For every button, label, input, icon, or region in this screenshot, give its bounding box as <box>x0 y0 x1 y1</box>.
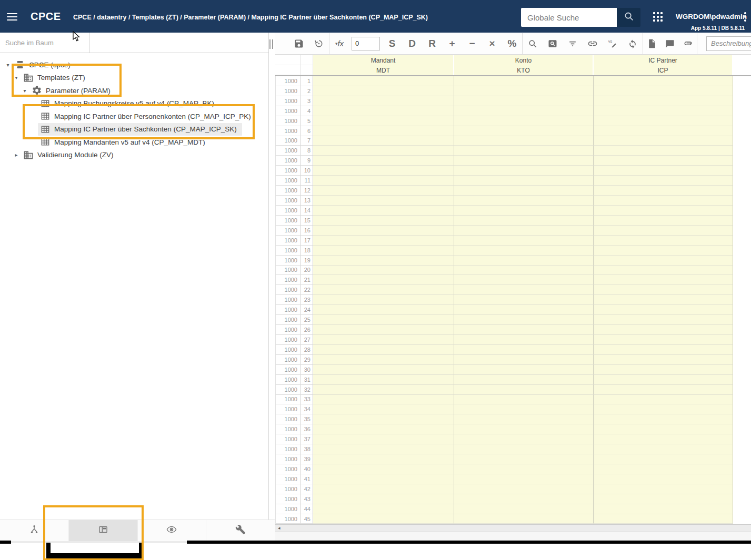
grid-cell-icp[interactable] <box>594 345 733 355</box>
grid-cell-icp[interactable] <box>594 275 733 285</box>
grid-cell-kto[interactable] <box>454 266 594 276</box>
grid-cell-kto[interactable] <box>454 136 594 146</box>
filter-icon[interactable] <box>563 38 583 49</box>
chevron-down-icon[interactable]: ▾ <box>12 75 21 80</box>
grid-cell-icp[interactable] <box>594 404 733 414</box>
grid-cell-mdt[interactable] <box>313 285 454 295</box>
grid-cell-mdt[interactable] <box>313 186 454 196</box>
chevron-down-icon[interactable]: ▾ <box>20 88 29 94</box>
grid-cell-kto[interactable] <box>454 156 594 166</box>
percent-button[interactable]: % <box>502 38 522 49</box>
horizontal-scrollbar[interactable]: ◂ <box>275 524 751 532</box>
global-search-input[interactable] <box>521 8 617 27</box>
grid-cell-icp[interactable] <box>594 295 733 305</box>
view-tab-wrench[interactable] <box>206 520 275 541</box>
grid-cell-kto[interactable] <box>454 295 594 305</box>
grid-cell-kto[interactable] <box>454 285 594 295</box>
grid-cell-kto[interactable] <box>454 375 594 385</box>
view-tab-layout-panel[interactable] <box>69 520 138 541</box>
scroll-left-icon[interactable]: ◂ <box>278 526 281 531</box>
grid-cell-icp[interactable] <box>594 166 733 176</box>
grid-cell-icp[interactable] <box>594 434 733 444</box>
grid-cell-mdt[interactable] <box>313 126 454 136</box>
grid-cell-icp[interactable] <box>594 514 733 524</box>
grid-cell-mdt[interactable] <box>313 375 454 385</box>
grid-cell-mdt[interactable] <box>313 385 454 395</box>
grid-cell-mdt[interactable] <box>313 295 454 305</box>
grid-cell-mdt[interactable] <box>313 86 454 96</box>
grid-cell-mdt[interactable] <box>313 256 454 266</box>
grid-cell-kto[interactable] <box>454 514 594 524</box>
grid-cell-mdt[interactable] <box>313 236 454 246</box>
grid-cell-kto[interactable] <box>454 246 594 256</box>
grid-cell-icp[interactable] <box>594 146 733 156</box>
grid-cell-icp[interactable] <box>594 186 733 196</box>
grid-cell-kto[interactable] <box>454 176 594 186</box>
document-icon[interactable] <box>643 38 661 49</box>
view-tab-hierarchy[interactable] <box>0 520 69 541</box>
grid-cell-kto[interactable] <box>454 395 594 405</box>
grid-cell-kto[interactable] <box>454 275 594 285</box>
grid-cell-kto[interactable] <box>454 305 594 315</box>
grid-cell-mdt[interactable] <box>313 136 454 146</box>
grid-cell-icp[interactable] <box>594 444 733 454</box>
grid-cell-mdt[interactable] <box>313 146 454 156</box>
grid-cell-kto[interactable] <box>454 325 594 335</box>
grid-cell-kto[interactable] <box>454 494 594 504</box>
grid-cell-kto[interactable] <box>454 126 594 136</box>
column-code-icp[interactable]: ICP <box>594 65 733 75</box>
grid-cell-icp[interactable] <box>594 365 733 375</box>
grid-cell-kto[interactable] <box>454 345 594 355</box>
grid-cell-mdt[interactable] <box>313 246 454 256</box>
grid-cell-mdt[interactable] <box>313 156 454 166</box>
grid-cell-mdt[interactable] <box>313 494 454 504</box>
grid-cell-mdt[interactable] <box>313 226 454 236</box>
grid-cell-kto[interactable] <box>454 335 594 345</box>
grid-cell-icp[interactable] <box>594 395 733 405</box>
kebab-menu-icon[interactable] <box>744 12 746 22</box>
grid-cell-mdt[interactable] <box>313 484 454 494</box>
s-button[interactable]: S <box>382 38 402 49</box>
grid-cell-icp[interactable] <box>594 454 733 464</box>
tree-item-chip[interactable]: Mapping Buchungskreise v5 auf v4 (CP_MAP… <box>38 97 219 110</box>
grid-cell-icp[interactable] <box>594 236 733 246</box>
tree-item-chip[interactable]: Validierung Module (ZV) <box>21 149 119 161</box>
grid-cell-icp[interactable] <box>594 375 733 385</box>
grid-cell-kto[interactable] <box>454 474 594 484</box>
grid-cell-mdt[interactable] <box>313 355 454 365</box>
grid-cell-kto[interactable] <box>454 424 594 434</box>
description-input[interactable] <box>706 36 751 51</box>
grid-cell-mdt[interactable] <box>313 404 454 414</box>
grid-cell-kto[interactable] <box>454 196 594 206</box>
sync-icon[interactable] <box>623 38 643 49</box>
grid-cell-icp[interactable] <box>594 76 733 86</box>
tree-search-input[interactable] <box>0 33 89 53</box>
column-code-kto[interactable]: KTO <box>454 65 594 75</box>
grid-cell-kto[interactable] <box>454 454 594 464</box>
grid-cell-icp[interactable] <box>594 325 733 335</box>
grid-cell-mdt[interactable] <box>313 414 454 424</box>
grid-cell-icp[interactable] <box>594 414 733 424</box>
tree-item-mapping-ic-partner-ber-personenkonten-cp-map-icp-pk[interactable]: Mapping IC Partner über Personenkonten (… <box>0 110 269 123</box>
grid-cell-icp[interactable] <box>594 126 733 136</box>
grid-cell-kto[interactable] <box>454 96 594 106</box>
tree-item-chip[interactable]: CPCE (cpce) <box>13 58 76 71</box>
grid-cell-mdt[interactable] <box>313 325 454 335</box>
grid-cell-mdt[interactable] <box>313 514 454 524</box>
grid-cell-kto[interactable] <box>454 76 594 86</box>
delete-button[interactable]: × <box>482 38 502 49</box>
grid-cell-kto[interactable] <box>454 206 594 216</box>
vs-edit-icon[interactable]: vs <box>603 38 623 49</box>
tree-item-templates-zt[interactable]: ▾Templates (ZT) <box>0 72 269 85</box>
grid-cell-kto[interactable] <box>454 385 594 395</box>
grid-cell-mdt[interactable] <box>313 106 454 116</box>
grid-cell-mdt[interactable] <box>313 166 454 176</box>
grid-cell-icp[interactable] <box>594 116 733 126</box>
grid-cell-kto[interactable] <box>454 146 594 156</box>
grid-cell-mdt[interactable] <box>313 76 454 86</box>
grid-cell-mdt[interactable] <box>313 116 454 126</box>
grid-cell-kto[interactable] <box>454 166 594 176</box>
grid-cell-mdt[interactable] <box>313 216 454 226</box>
grid-cell-icp[interactable] <box>594 256 733 266</box>
grid-cell-icp[interactable] <box>594 305 733 315</box>
